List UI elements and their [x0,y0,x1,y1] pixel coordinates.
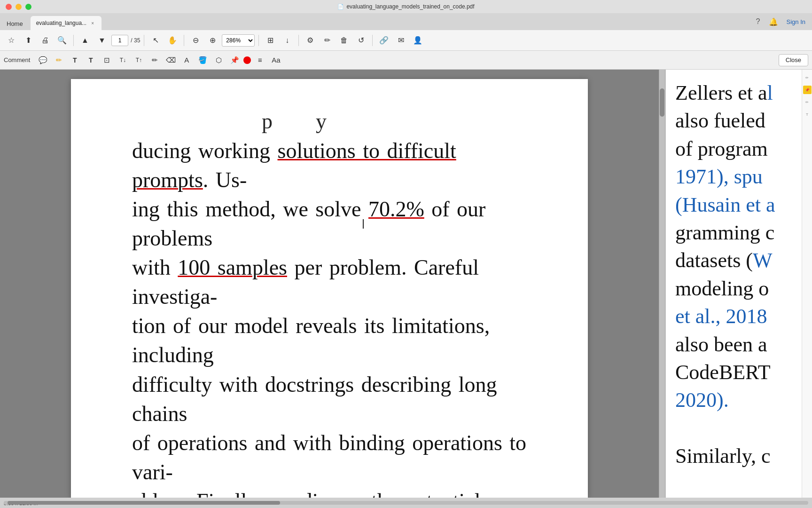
right-panel-text: Zellers et al also fueled of program 197… [675,79,802,470]
right-panel: Zellers et al also fueled of program 197… [665,70,802,498]
scrollbar-track[interactable] [4,501,808,505]
pdf-icon: 📄 [337,4,344,10]
text-line6: of operations and with binding operation… [132,431,526,484]
rp-year: 1971), spu [675,165,763,188]
ann-sidebar-item-3[interactable]: ✏ [803,98,812,106]
scrollbar-thumb[interactable] [8,501,280,505]
close-button[interactable]: Close [779,54,808,66]
page-text: ducing working solutions to difficult pr… [132,136,531,498]
rp-line11: CodeBERT [675,358,802,386]
rp-line12: 2020). [675,386,802,414]
rp-etal: et al., 2018 [675,305,767,328]
window-close-btn[interactable] [6,4,12,10]
text-line5: difficulty with docstrings describing lo… [132,373,497,426]
ann-stamp-btn[interactable]: ⬡ [211,53,226,67]
ann-textbox-btn[interactable]: ⊡ [100,53,114,67]
rp-line9: et al., 2018 [675,302,802,330]
rp-line8: modeling o [675,275,802,302]
toolbar-upload-btn[interactable]: ⬆ [21,33,36,48]
ann-text-btn[interactable]: T [68,53,82,67]
ann-font-btn[interactable]: Aa [269,53,283,67]
toolbar-search-btn[interactable]: 🔍 [55,33,70,48]
toolbar-refresh-btn[interactable]: ↺ [353,33,368,48]
toolbar-link-btn[interactable]: 🔗 [376,33,391,48]
toolbar-nav-down-btn[interactable]: ▼ [94,33,109,48]
tab-home[interactable]: Home [0,17,30,30]
toolbar-sep-5 [298,35,299,46]
toolbar-user-btn[interactable]: 👤 [410,33,425,48]
toolbar-bookmark-btn[interactable]: ☆ [4,33,19,48]
pdf-page: p y ducing working solutions to difficul… [71,79,588,498]
toolbar-zoom-in-btn[interactable]: ⊕ [205,33,220,48]
toolbar-print-btn[interactable]: 🖨 [38,33,53,48]
ann-comment-btn[interactable]: 💬 [36,53,50,67]
text-line3-pre: with [132,255,178,279]
annotation-sidebar: ✏ 📌 ✏ T [802,70,812,498]
bell-icon[interactable]: 🔔 [769,17,778,26]
text-line1-pre: ducing working [132,139,278,163]
ann-sidebar-item-2[interactable]: 📌 [803,86,812,94]
window-min-btn[interactable] [16,4,22,10]
rp-line6: gramming c [675,219,802,246]
toolbar-fit-page-btn[interactable]: ⊞ [263,33,278,48]
ann-highlight-btn[interactable]: ✏ [52,53,66,67]
ann-textsub-btn[interactable]: T↓ [116,53,130,67]
comment-label: Comment [4,56,34,64]
toolbar-hand-tool-btn[interactable]: ✋ [165,33,180,48]
page-number-input[interactable] [111,35,128,46]
ann-sidebar-item-1[interactable]: ✏ [803,73,812,82]
bottom-scrollbar: 8.50 x 11.00 in [0,498,812,508]
ann-text2-btn[interactable]: T [84,53,98,67]
ann-eraser-btn[interactable]: ⌫ [164,53,178,67]
toolbar-sep-1 [73,35,74,46]
rp-line2: also fueled [675,107,802,135]
main-area: p y ducing working solutions to difficul… [0,70,812,498]
color-dot[interactable] [243,56,251,64]
text-underlined-percent: 70.2% [368,197,424,221]
toolbar: ☆ ⬆ 🖨 🔍 ▲ ▼ / 35 ↖ ✋ ⊖ ⊕ 286% 200% 150% … [0,30,812,51]
text-line7: ables. Finally, we discuss the potential… [132,489,481,498]
toolbar-sep-3 [184,35,184,46]
window-max-btn[interactable] [25,4,31,10]
ann-pin-btn[interactable]: 📌 [227,53,242,67]
rp-line10: also been a [675,331,802,358]
title-bar-text: 📄 evaluating_language_models_trained_on_… [337,3,474,10]
ann-sidebar-item-4[interactable]: T [803,110,812,119]
text-line1-post: . Us- [203,168,247,192]
toolbar-nav-up-btn[interactable]: ▲ [78,33,93,48]
page-total: / 35 [129,37,140,44]
rp-line7: datasets (W [675,246,802,274]
window-controls [6,4,31,10]
rp-line3: of program [675,135,802,163]
toolbar-tools-2-btn[interactable]: ✏ [320,33,335,48]
text-line4: tion of our model reveals its limitation… [132,314,490,367]
zoom-select[interactable]: 286% 200% 150% 100% 75% [222,34,255,47]
rp-w: W [753,249,773,272]
sign-in-button[interactable]: Sign In [787,18,805,25]
rp-2020: 2020). [675,389,729,412]
ann-colorpicker-btn[interactable]: A [180,53,194,67]
ann-fill-btn[interactable]: 🪣 [195,53,210,67]
ann-textsup-btn[interactable]: T↑ [132,53,146,67]
toolbar-mail-btn[interactable]: ✉ [393,33,408,48]
toolbar-tools-1-btn[interactable]: ⚙ [303,33,318,48]
toolbar-zoom-out-btn[interactable]: ⊖ [188,33,203,48]
toolbar-delete-btn[interactable]: 🗑 [336,33,351,48]
ann-pencil-btn[interactable]: ✏ [148,53,162,67]
text-underlined-samples: 100 samples [178,255,287,279]
toolbar-cursor-tool-btn[interactable]: ↖ [148,33,163,48]
help-icon[interactable]: ? [756,17,760,26]
pdf-area[interactable]: p y ducing working solutions to difficul… [0,70,659,498]
text-line2-pre: ing this method, we solve [132,197,368,221]
toolbar-sep-4 [258,35,259,46]
scroll-thumb[interactable] [660,88,664,117]
rp-husain: (Husain et a [675,193,775,216]
tab-close-button[interactable]: × [89,20,96,26]
toolbar-sep-2 [144,35,144,46]
partial-top-text: p y [132,107,531,135]
toolbar-sep-6 [372,35,373,46]
rp-line5: (Husain et a [675,191,802,219]
toolbar-download-btn[interactable]: ↓ [280,33,295,48]
ann-lines-btn[interactable]: ≡ [253,53,267,67]
tab-active[interactable]: evaluating_langua... × [31,16,102,30]
